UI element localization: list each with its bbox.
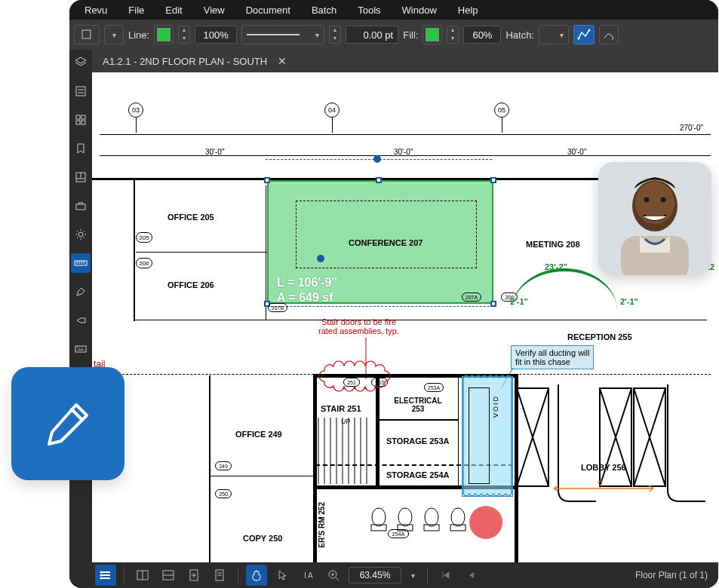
measure-length: L = 106'-9'' (277, 276, 337, 289)
menubar: Revu File Edit View Document Batch Tools… (69, 0, 718, 20)
note-ducting: Verify all ducting will fit in this chas… (511, 345, 594, 369)
label-office249: OFFICE 249 (235, 430, 282, 439)
svg-text:I: I (304, 571, 306, 580)
shape-tool-dropdown[interactable] (74, 25, 100, 44)
svg-rect-9 (81, 121, 85, 124)
fill-opacity-stepper[interactable]: ▴▾ (447, 26, 459, 44)
dim-green-right: 2'-1" (620, 297, 638, 306)
svg-line-73 (336, 577, 339, 580)
svg-rect-53 (450, 525, 466, 531)
select-tool-icon[interactable] (272, 565, 293, 586)
door-tag-249: 249 (215, 461, 232, 470)
menu-window[interactable]: Window (393, 2, 446, 18)
line-pt-stepper[interactable]: ▴▾ (329, 26, 341, 44)
label-storage253a: STORAGE 253A (386, 436, 450, 446)
new-page-icon[interactable] (183, 565, 204, 586)
text-select-icon[interactable]: IA (297, 565, 318, 586)
label-conference207: CONFERENCE 207 (349, 238, 422, 247)
color-swatch-icon (426, 28, 439, 41)
status-bar: IA ▾ Floor Plan (1 of 1) (92, 562, 718, 588)
polyline-tool-button[interactable] (573, 25, 595, 44)
first-page-icon[interactable] (435, 565, 456, 586)
grid-bubble-05: 05 (494, 103, 509, 118)
line-label: Line: (128, 29, 149, 41)
label-copy250: COPY 250 (243, 534, 282, 543)
label-stair251: STAIR 251 (321, 404, 361, 413)
tab-title: A1.2.1 - 2ND FLOOR PLAN - SOUTH (103, 56, 267, 67)
menu-document[interactable]: Document (237, 2, 300, 18)
floorplan-icon[interactable] (71, 167, 91, 187)
menu-batch[interactable]: Batch (303, 2, 346, 18)
zoom-dropdown[interactable]: ▾ (406, 565, 419, 586)
zoom-field[interactable] (349, 567, 401, 583)
close-icon[interactable]: ✕ (278, 55, 287, 67)
door-tag-253a: 253A (424, 383, 444, 392)
menu-revu[interactable]: Revu (75, 2, 116, 18)
zoom-icon[interactable] (323, 565, 344, 586)
split-horizontal-icon[interactable] (158, 565, 179, 586)
tag-icon[interactable] (71, 311, 91, 330)
svg-rect-13 (76, 204, 85, 210)
left-panel (69, 50, 92, 588)
prev-page-icon[interactable] (461, 565, 482, 586)
svg-rect-7 (81, 115, 85, 119)
gear-icon[interactable] (71, 225, 91, 244)
line-width-field[interactable] (195, 26, 237, 44)
line-color-swatch[interactable] (154, 25, 174, 44)
dim-total: 270'-0" (680, 124, 703, 132)
menu-tools[interactable]: Tools (349, 2, 389, 18)
property-toolbar: ▾ Line: ▴▾ ▾ ▴▾ Fill: ▴▾ Hatch: ▾ (69, 20, 718, 50)
toolbox-icon[interactable] (71, 196, 91, 216)
line-style-icon (247, 34, 300, 35)
dim-orange-q: ? (598, 479, 603, 490)
menu-view[interactable]: View (195, 2, 234, 18)
svg-point-14 (78, 232, 83, 237)
line-pt-field[interactable] (346, 26, 398, 44)
line-width-stepper[interactable]: ▴▾ (178, 26, 190, 44)
panel-toggle-button[interactable] (95, 565, 116, 586)
app-window: Revu File Edit View Document Batch Tools… (69, 0, 718, 588)
page-indicator: Floor Plan (1 of 1) (635, 570, 715, 580)
svg-rect-6 (76, 115, 80, 119)
line-style-select[interactable]: ▾ (241, 25, 324, 44)
door-tag-205: 205 (136, 232, 152, 243)
pencil-card (11, 367, 124, 480)
menu-file[interactable]: File (119, 2, 153, 18)
label-meeting208: MEETING 208 (526, 240, 580, 249)
hatch-select[interactable]: ▾ (539, 25, 569, 44)
drawing-canvas[interactable]: 03 04 05 270'-0" 30'-0" 30'-0" 30'-0" (92, 72, 718, 562)
svg-text:A: A (308, 571, 313, 580)
grid-icon[interactable] (71, 110, 91, 130)
bookmark-icon[interactable] (71, 139, 91, 158)
svg-point-46 (372, 508, 386, 526)
pan-tool-button[interactable] (246, 565, 267, 586)
dim-green-left: 2'-1" (510, 297, 528, 306)
svg-rect-0 (82, 30, 91, 38)
layers-icon[interactable] (71, 53, 91, 72)
arc-tool-button[interactable] (599, 25, 619, 44)
keyboard-icon[interactable] (71, 339, 91, 359)
measure-icon[interactable] (71, 253, 91, 273)
document-tab[interactable]: A1.2.1 - 2ND FLOOR PLAN - SOUTH ✕ (92, 50, 297, 72)
svg-rect-80 (621, 236, 689, 275)
page-icon[interactable] (209, 565, 230, 586)
svg-rect-49 (398, 525, 413, 531)
fill-color-swatch[interactable] (422, 25, 442, 44)
split-vertical-icon[interactable] (132, 565, 153, 586)
hatch-label: Hatch: (505, 29, 534, 41)
door-tag-206: 206 (136, 258, 152, 268)
dim-span3: 30'-0" (567, 148, 586, 156)
shape-tool-chevron[interactable]: ▾ (104, 25, 124, 44)
menu-help[interactable]: Help (449, 2, 487, 18)
menu-edit[interactable]: Edit (156, 2, 191, 18)
svg-point-82 (661, 198, 666, 203)
svg-point-52 (451, 508, 465, 526)
fill-opacity-field[interactable] (463, 26, 501, 44)
fill-label: Fill: (403, 29, 418, 41)
label-storage254a: STORAGE 254A (386, 470, 450, 479)
grid-bubble-04: 04 (324, 103, 340, 118)
door-tag-207b: 207B (268, 303, 287, 312)
pen-icon[interactable] (71, 282, 91, 302)
svg-point-1 (578, 38, 580, 40)
form-icon[interactable] (71, 81, 91, 101)
